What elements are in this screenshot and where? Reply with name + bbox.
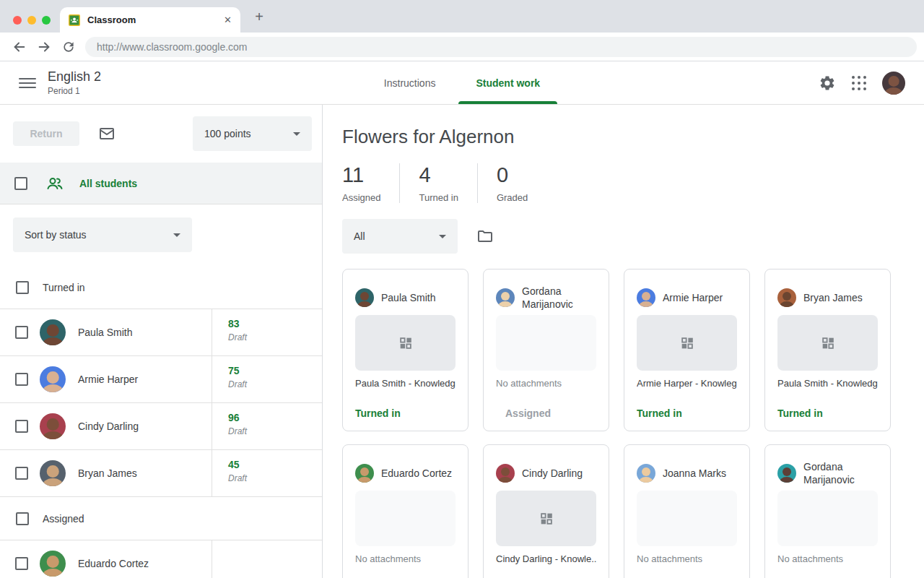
- address-bar[interactable]: http://www.classroom.google.com: [85, 37, 917, 57]
- attachment-caption: Paula Smith - Knowledg...: [355, 378, 456, 389]
- back-icon[interactable]: [7, 35, 32, 59]
- account-avatar[interactable]: [882, 72, 905, 95]
- card-avatar: [496, 288, 515, 307]
- card-head: Paula Smith: [355, 280, 456, 315]
- classroom-favicon-icon: [69, 14, 80, 26]
- course-info[interactable]: English 2 Period 1: [48, 69, 101, 96]
- tab-close-icon[interactable]: ✕: [224, 14, 232, 25]
- stat-turned-in[interactable]: 4 Turned in: [400, 163, 477, 203]
- grade-cell[interactable]: 45 Draft: [212, 450, 322, 496]
- student-avatar: [40, 413, 66, 439]
- attachment-caption: No attachments: [496, 378, 596, 389]
- attachment-thumbnail: [355, 491, 456, 546]
- work-card-armie-harper[interactable]: Armie Harper Armie Harper - Knowleg.. Tu…: [624, 269, 750, 431]
- student-checkbox[interactable]: [15, 557, 28, 570]
- google-apps-icon[interactable]: [852, 76, 866, 90]
- attachment-caption: No attachments: [777, 553, 878, 564]
- student-row-eduardo-cortez[interactable]: Eduardo Cortez: [0, 540, 322, 578]
- student-name: Bryan James: [78, 467, 137, 479]
- student-row-left: Armie Harper: [0, 356, 212, 402]
- work-card-gordana-marijanovic-2[interactable]: Gordana Marijanovic No attachments: [764, 444, 891, 578]
- drive-folder-icon[interactable]: [476, 228, 494, 245]
- student-row-left: Cindy Darling: [0, 403, 212, 449]
- student-row-cindy-darling[interactable]: Cindy Darling 96 Draft: [0, 403, 322, 450]
- stat-assigned[interactable]: 11 Assigned: [342, 163, 400, 203]
- card-status: Turned in: [777, 407, 878, 420]
- email-icon[interactable]: [98, 125, 116, 142]
- grade-cell[interactable]: 75 Draft: [212, 356, 322, 402]
- sort-value: Sort by status: [25, 229, 87, 241]
- work-card-joanna-marks[interactable]: Joanna Marks No attachments: [624, 444, 750, 578]
- filter-row: All: [342, 219, 924, 254]
- all-students-checkbox[interactable]: [14, 177, 27, 190]
- attachment-caption: Paula Smith - Knowledg...: [777, 378, 878, 389]
- return-button[interactable]: Return: [13, 121, 79, 146]
- zoom-window-button[interactable]: [42, 16, 51, 25]
- work-card-eduardo-cortez[interactable]: Eduardo Cortez No attachments: [342, 444, 468, 578]
- card-head: Eduardo Cortez: [355, 455, 456, 491]
- all-students-row[interactable]: All students: [0, 163, 322, 204]
- classroom-header: English 2 Period 1 Instructions Student …: [0, 61, 924, 105]
- turned-in-label: Turned in: [43, 282, 85, 293]
- student-avatar: [40, 551, 66, 577]
- browser-urlbar: http://www.classroom.google.com: [0, 33, 924, 61]
- grade-state: Draft: [228, 473, 322, 483]
- attachment-thumbnail: [496, 315, 596, 371]
- work-card-gordana-marijanovic[interactable]: Gordana Marijanovic No attachments Assig…: [483, 269, 609, 431]
- attachment-caption: No attachments: [355, 553, 456, 564]
- student-row-paula-smith[interactable]: Paula Smith 83 Draft: [0, 309, 322, 356]
- attachment-caption: No attachments: [637, 553, 737, 564]
- chevron-down-icon: [439, 235, 446, 238]
- close-window-button[interactable]: [13, 16, 22, 25]
- grade-value: 96: [228, 412, 322, 423]
- student-checkbox[interactable]: [15, 373, 28, 386]
- attachment-thumbnail[interactable]: [637, 315, 737, 371]
- grade-cell: [212, 540, 322, 578]
- sort-by-status-select[interactable]: Sort by status: [13, 217, 192, 252]
- student-row-bryan-james[interactable]: Bryan James 45 Draft: [0, 450, 322, 497]
- new-tab-button[interactable]: +: [250, 7, 269, 26]
- reload-icon[interactable]: [56, 35, 81, 59]
- header-tabs: Instructions Student work: [0, 61, 924, 104]
- forward-icon[interactable]: [32, 35, 56, 59]
- student-avatar: [40, 460, 66, 486]
- attachment-thumbnail[interactable]: [777, 315, 878, 371]
- turned-in-checkbox[interactable]: [16, 281, 29, 294]
- grade-cell[interactable]: 96 Draft: [212, 403, 322, 449]
- attachment-thumbnail: [777, 491, 878, 546]
- browser-tab-classroom[interactable]: Classroom ✕: [60, 7, 240, 33]
- student-row-left: Paula Smith: [0, 309, 212, 355]
- course-period: Period 1: [48, 86, 101, 96]
- card-avatar: [777, 464, 796, 483]
- minimize-window-button[interactable]: [27, 16, 36, 25]
- card-head: Gordana Marijanovic: [777, 455, 878, 491]
- points-select[interactable]: 100 points: [193, 116, 312, 151]
- card-head: Armie Harper: [637, 280, 737, 315]
- tab-instructions[interactable]: Instructions: [367, 61, 453, 104]
- student-row-armie-harper[interactable]: Armie Harper 75 Draft: [0, 356, 322, 403]
- status-filter-select[interactable]: All: [342, 219, 458, 254]
- work-card-bryan-james[interactable]: Bryan James Paula Smith - Knowledg... Tu…: [764, 269, 891, 431]
- assignment-stats: 11 Assigned 4 Turned in 0 Graded: [342, 163, 924, 203]
- settings-gear-icon[interactable]: [819, 74, 836, 92]
- tab-student-work[interactable]: Student work: [458, 61, 557, 104]
- course-title: English 2: [48, 69, 101, 85]
- stat-label: Assigned: [342, 192, 380, 203]
- student-avatar: [40, 319, 66, 345]
- student-checkbox[interactable]: [15, 420, 28, 433]
- work-card-paula-smith[interactable]: Paula Smith Paula Smith - Knowledg... Tu…: [342, 269, 468, 431]
- card-student-name: Gordana Marijanovic: [803, 460, 878, 486]
- attachment-thumbnail[interactable]: [355, 315, 456, 371]
- grade-cell[interactable]: 83 Draft: [212, 309, 322, 355]
- assigned-checkbox[interactable]: [16, 512, 29, 525]
- student-work-grid: Paula Smith Paula Smith - Knowledg... Tu…: [342, 269, 924, 578]
- filter-value: All: [354, 230, 365, 242]
- student-checkbox[interactable]: [15, 467, 28, 480]
- attachment-thumbnail[interactable]: [496, 491, 596, 546]
- stat-graded[interactable]: 0 Graded: [478, 163, 546, 203]
- menu-icon[interactable]: [19, 78, 36, 88]
- work-card-cindy-darling[interactable]: Cindy Darling Cindy Darling - Knowle..: [483, 444, 609, 578]
- student-checkbox[interactable]: [15, 326, 28, 339]
- card-head: Cindy Darling: [496, 455, 596, 491]
- attachment-grid-icon: [539, 511, 554, 527]
